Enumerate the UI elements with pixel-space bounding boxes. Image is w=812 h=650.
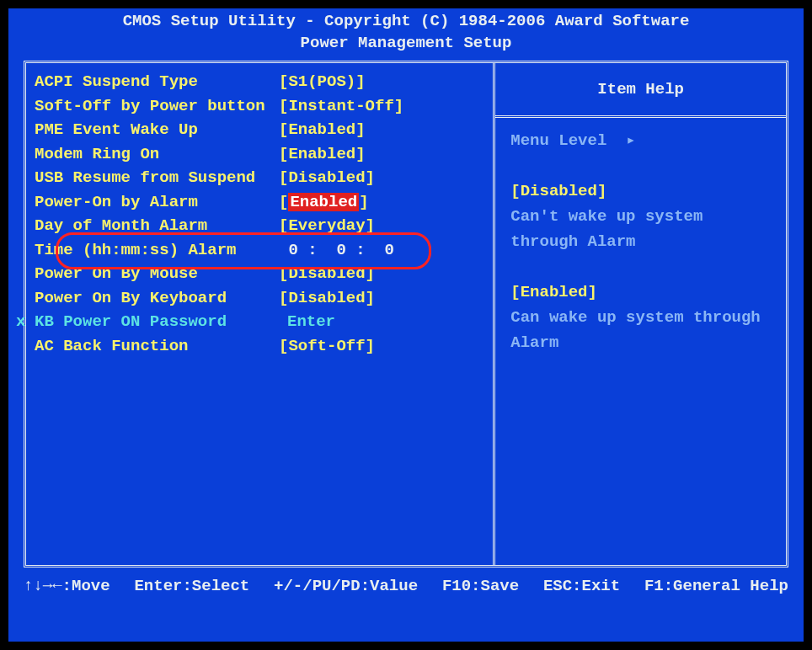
disabled-marker-icon: x <box>16 310 25 334</box>
setting-value[interactable]: [Disabled] <box>279 286 375 311</box>
setting-row[interactable]: ACPI Suspend Type[S1(POS)] <box>35 70 484 94</box>
help-block-0: [Disabled] Can't wake up system through … <box>510 178 771 254</box>
setting-row[interactable]: AC Back Function[Soft-Off] <box>35 334 484 359</box>
setting-row[interactable]: xKB Power ON PasswordEnter <box>35 310 484 334</box>
help-pane: Item Help Menu Level ▸ [Disabled] Can't … <box>495 63 786 565</box>
setting-row[interactable]: Power On By Mouse[Disabled] <box>35 262 484 286</box>
setting-value[interactable]: [Enabled] <box>279 118 366 142</box>
setting-label: AC Back Function <box>35 334 279 359</box>
setting-value[interactable]: [Enabled] <box>279 142 366 167</box>
setting-label: Soft-Off by Power button <box>35 94 279 119</box>
setting-label: Time (hh:mm:ss) Alarm <box>35 238 279 263</box>
setting-value[interactable]: Enter <box>279 310 335 334</box>
setting-value[interactable]: 0 : 0 : 0 <box>279 238 394 263</box>
bios-header: CMOS Setup Utility - Copyright (C) 1984-… <box>8 8 804 61</box>
setting-label: Modem Ring On <box>35 142 279 167</box>
setting-label: KB Power ON Password <box>35 310 279 334</box>
setting-row[interactable]: PME Event Wake Up[Enabled] <box>35 118 484 142</box>
menu-level-label: Menu Level <box>510 131 606 150</box>
hint-move: ↑↓→←:Move <box>24 574 110 598</box>
setting-value[interactable]: [Enabled] <box>279 190 369 215</box>
setting-label: Day of Month Alarm <box>35 214 279 238</box>
settings-pane[interactable]: ACPI Suspend Type[S1(POS)]Soft-Off by Po… <box>26 63 495 565</box>
setting-row[interactable]: Soft-Off by Power button[Instant-Off] <box>35 94 484 119</box>
chevron-right-icon: ▸ <box>626 128 635 153</box>
hint-help: F1:General Help <box>644 574 788 598</box>
setting-label: Power On By Keyboard <box>35 286 279 311</box>
hint-value: +/-/PU/PD:Value <box>274 574 418 598</box>
setting-row[interactable]: Power On By Keyboard[Disabled] <box>35 286 484 311</box>
main-box: ACPI Suspend Type[S1(POS)]Soft-Off by Po… <box>24 61 788 567</box>
help-title: Item Help <box>495 63 786 118</box>
help-block-1: [Enabled] Can wake up system through Ala… <box>510 280 771 355</box>
help-block-text: Can't wake up system through Alarm <box>510 204 771 254</box>
setting-value[interactable]: [Disabled] <box>279 262 375 286</box>
setting-value[interactable]: [Disabled] <box>279 166 375 190</box>
setting-value[interactable]: [Instant-Off] <box>279 94 403 119</box>
help-body: Menu Level ▸ [Disabled] Can't wake up sy… <box>495 118 786 565</box>
setting-label: Power On By Mouse <box>35 262 279 286</box>
selected-value[interactable]: Enabled <box>288 193 359 211</box>
setting-value[interactable]: [Soft-Off] <box>279 334 375 359</box>
setting-row[interactable]: Day of Month Alarm[Everyday] <box>35 214 484 238</box>
setting-row[interactable]: USB Resume from Suspend[Disabled] <box>35 166 484 190</box>
help-block-text: Can wake up system through Alarm <box>510 305 771 355</box>
setting-row[interactable]: Modem Ring On[Enabled] <box>35 142 484 167</box>
setting-label: ACPI Suspend Type <box>35 70 279 94</box>
help-block-title: [Enabled] <box>510 280 771 305</box>
setting-label: PME Event Wake Up <box>35 118 279 142</box>
hint-exit: ESC:Exit <box>543 574 620 598</box>
hint-save: F10:Save <box>442 574 519 598</box>
setting-value[interactable]: [S1(POS)] <box>279 70 366 94</box>
setting-row[interactable]: Power-On by Alarm[Enabled] <box>35 190 484 215</box>
copyright-line: CMOS Setup Utility - Copyright (C) 1984-… <box>8 10 804 32</box>
page-title: Power Management Setup <box>8 32 804 54</box>
hint-select: Enter:Select <box>134 574 249 598</box>
help-block-title: [Disabled] <box>510 178 771 204</box>
setting-row[interactable]: Time (hh:mm:ss) Alarm 0 : 0 : 0 <box>35 238 484 263</box>
setting-label: Power-On by Alarm <box>35 190 279 215</box>
setting-label: USB Resume from Suspend <box>35 166 279 190</box>
footer-hints: ↑↓→←:Move Enter:Select +/-/PU/PD:Value F… <box>24 574 788 598</box>
bios-screen: CMOS Setup Utility - Copyright (C) 1984-… <box>8 8 804 642</box>
menu-level-row: Menu Level ▸ <box>510 128 771 153</box>
setting-value[interactable]: [Everyday] <box>279 214 375 238</box>
